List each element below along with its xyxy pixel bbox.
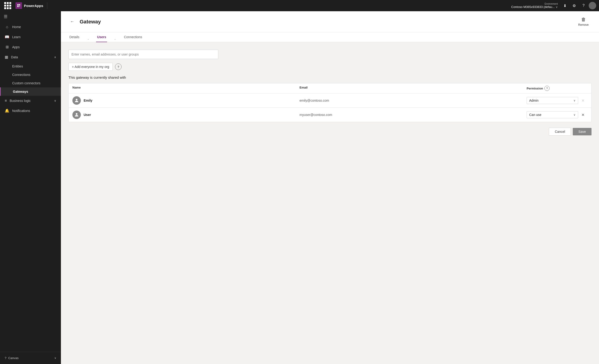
download-button[interactable]: ⬇ xyxy=(561,1,569,10)
footer-chevron-icon: ∨ xyxy=(54,356,56,360)
svg-point-1 xyxy=(76,113,77,115)
sidebar-business-logic-label: Business logic xyxy=(10,99,31,103)
search-bar-row xyxy=(68,50,591,59)
sidebar-section-business-logic[interactable]: ≡ Business logic ∨ xyxy=(0,96,61,106)
user-name-cell-user: User xyxy=(72,111,300,119)
sidebar-apps-label: Apps xyxy=(12,45,20,49)
sidebar-section-data[interactable]: ▦ Data ∧ xyxy=(0,52,61,62)
content-area: ← Gateway 🗑 Remove Details ● Users ● Con… xyxy=(61,11,599,364)
emily-name: Emily xyxy=(84,99,92,102)
tab-separator-1: ● xyxy=(88,39,89,40)
avatar-user xyxy=(72,111,81,119)
table-row: Emily emily@contoso.com Admin ∨ ✕ xyxy=(69,93,591,108)
tab-users[interactable]: Users xyxy=(96,32,107,42)
business-logic-chevron-icon: ∨ xyxy=(54,99,56,102)
emily-permission-chevron-icon: ∨ xyxy=(573,99,576,102)
add-everyone-help-icon[interactable]: ? xyxy=(115,63,122,70)
page-header: ← Gateway 🗑 Remove xyxy=(61,11,599,32)
sidebar-sub-connections[interactable]: Connections xyxy=(0,71,61,79)
sidebar-footer: ? Canvas ∨ xyxy=(0,352,61,364)
remove-button[interactable]: 🗑 Remove xyxy=(575,15,591,28)
page-title: Gateway xyxy=(80,19,101,25)
user-name: User xyxy=(84,113,91,117)
add-everyone-row: + Add everyone in my org ? xyxy=(68,63,591,71)
sidebar-item-apps[interactable]: ⊞ Apps xyxy=(0,42,61,52)
footer-canvas-label: Canvas xyxy=(8,356,18,360)
shared-text: This gateway is currently shared with xyxy=(68,75,591,80)
add-everyone-label: + Add everyone in my org xyxy=(72,65,109,69)
user-permission-label: Can use xyxy=(529,113,541,117)
notifications-icon: 🔔 xyxy=(5,108,9,113)
app-name: PowerApps xyxy=(24,4,43,8)
learn-icon: 📖 xyxy=(5,35,9,39)
data-icon: ▦ xyxy=(5,55,8,59)
footer-help-icon: ? xyxy=(5,356,6,360)
sidebar-data-label: Data xyxy=(11,55,18,59)
top-navigation: PowerApps Environment Contoso M365x93383… xyxy=(0,0,599,11)
cancel-button[interactable]: Cancel xyxy=(549,128,571,136)
action-buttons-row: Cancel Save xyxy=(68,128,591,136)
emily-permission-label: Admin xyxy=(529,99,538,102)
sidebar-learn-label: Learn xyxy=(12,35,21,39)
sidebar-sub-entities[interactable]: Entities xyxy=(0,62,61,71)
col-actions-header xyxy=(578,86,588,91)
home-icon: ⌂ xyxy=(5,25,9,29)
environment-selector[interactable]: Environment Contoso M365x933833 (defau..… xyxy=(511,3,558,9)
apps-icon: ⊞ xyxy=(5,45,9,49)
emily-remove-button[interactable]: ✕ xyxy=(580,97,586,104)
user-remove-button[interactable]: ✕ xyxy=(580,112,586,118)
waffle-menu[interactable] xyxy=(3,1,13,10)
remove-icon: 🗑 xyxy=(581,17,586,22)
data-chevron-icon: ∧ xyxy=(54,55,56,59)
svg-point-0 xyxy=(76,99,77,100)
main-content: + Add everyone in my org ? This gateway … xyxy=(61,42,599,364)
sidebar-item-learn[interactable]: 📖 Learn xyxy=(0,32,61,42)
save-button[interactable]: Save xyxy=(573,128,591,135)
tab-details[interactable]: Details xyxy=(68,32,80,42)
back-button[interactable]: ← xyxy=(68,18,76,26)
user-permission-dropdown[interactable]: Can use ∨ xyxy=(527,111,578,118)
col-name-header: Name xyxy=(72,86,300,91)
tab-bar: Details ● Users ● Connections xyxy=(61,32,599,42)
business-logic-icon: ≡ xyxy=(5,99,7,103)
hamburger-menu[interactable]: ☰ xyxy=(0,11,61,22)
emily-email: emily@contoso.com xyxy=(300,99,527,102)
add-everyone-button[interactable]: + Add everyone in my org xyxy=(68,63,113,71)
environment-name: Contoso M365x933833 (defau... xyxy=(511,5,555,9)
sidebar-sub-custom-connectors[interactable]: Custom connectors xyxy=(0,79,61,87)
avatar-emily xyxy=(72,96,81,105)
users-table: Name Email Permission ? xyxy=(68,83,591,122)
environment-chevron-icon: ∨ xyxy=(556,5,558,9)
help-button[interactable]: ? xyxy=(579,1,588,10)
tab-connections[interactable]: Connections xyxy=(123,32,143,42)
top-nav-icons: ⬇ ⚙ ? xyxy=(561,1,596,10)
table-row: User myuser@contoso.com Can use ∨ ✕ xyxy=(69,108,591,122)
col-permission-header: Permission xyxy=(527,87,543,90)
sidebar-notifications-label: Notifications xyxy=(12,109,30,113)
col-email-header: Email xyxy=(300,86,527,91)
emily-permission-dropdown[interactable]: Admin ∨ xyxy=(527,97,578,104)
permission-help-icon[interactable]: ? xyxy=(544,86,550,91)
user-permission-chevron-icon: ∨ xyxy=(573,113,576,116)
environment-label: Environment xyxy=(545,3,558,5)
sidebar-footer-canvas[interactable]: ? Canvas ∨ xyxy=(5,355,56,362)
user-avatar[interactable] xyxy=(589,2,596,9)
user-email: myuser@contoso.com xyxy=(300,113,527,117)
sidebar-item-home[interactable]: ⌂ Home xyxy=(0,22,61,32)
user-search-input[interactable] xyxy=(68,50,218,59)
logo-box xyxy=(16,2,22,9)
tab-separator-2: ● xyxy=(115,39,115,40)
table-header: Name Email Permission ? xyxy=(69,83,591,93)
sidebar-sub-gateways[interactable]: Gateways xyxy=(0,87,61,96)
user-name-cell-emily: Emily xyxy=(72,96,300,105)
remove-label: Remove xyxy=(578,23,589,27)
sidebar: ☰ ⌂ Home 📖 Learn ⊞ Apps ▦ Data ∧ Entitie… xyxy=(0,11,61,364)
settings-button[interactable]: ⚙ xyxy=(570,1,578,10)
sidebar-home-label: Home xyxy=(12,25,21,29)
app-logo: PowerApps xyxy=(16,2,47,9)
sidebar-item-notifications[interactable]: 🔔 Notifications xyxy=(0,106,61,116)
